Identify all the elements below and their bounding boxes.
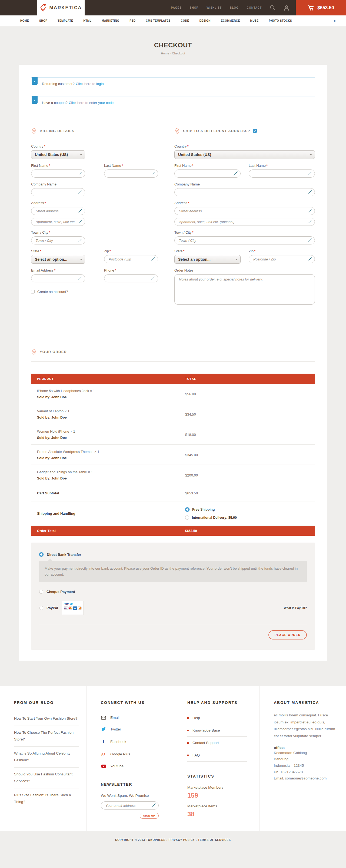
blog-link[interactable]: Should You Use Fashion Consultant Servic…	[14, 768, 79, 788]
bullet-icon	[187, 754, 189, 756]
billing-state-select[interactable]: Select an option...	[31, 255, 85, 264]
newsletter-signup-button[interactable]: SIGN UP	[140, 813, 159, 819]
paypal-cards-image: PayPal VISA	[62, 601, 83, 615]
nav-item-contact[interactable]: CONTACT	[247, 6, 262, 9]
blog-link[interactable]: How To Choose The Perfect Fashion Store?	[14, 726, 79, 747]
shipping-country-select[interactable]: United States (US)	[174, 150, 315, 159]
what-is-paypal-link[interactable]: What is PayPal?	[284, 606, 307, 610]
help-link[interactable]: FAQ	[187, 749, 247, 762]
radio-selected-icon[interactable]	[39, 552, 43, 557]
notice-text: Have a coupon?	[42, 101, 68, 105]
product-name: Variant of Laptop × 1	[37, 409, 185, 413]
help-link[interactable]: Knowladge Base	[187, 724, 247, 737]
billing-zip-input[interactable]	[109, 257, 150, 261]
subnav-code[interactable]: CODE	[181, 19, 189, 22]
social-link-facebook[interactable]: f Facebook	[101, 735, 166, 748]
help-link[interactable]: Contact Support	[187, 737, 247, 749]
subnav-muse[interactable]: MUSE	[250, 19, 259, 22]
ship-different-checkbox[interactable]: ✓	[253, 129, 257, 133]
brand-logo[interactable]: MARKETICA	[37, 0, 84, 16]
copyright-text: COPYRIGHT © 2013 TOKOPRESS . PRIVACY POL…	[115, 838, 231, 841]
order-row: Gadget and Things on the Table × 1 Sold …	[31, 465, 315, 485]
nav-item-wishlist[interactable]: WISHLIST	[207, 6, 222, 9]
nav-item-pages[interactable]: PAGES	[171, 6, 182, 9]
search-icon[interactable]	[270, 5, 276, 11]
login-link[interactable]: Click here to login	[76, 82, 104, 86]
shipping-first-name-field: First Name*	[174, 163, 241, 178]
order-notes-textarea[interactable]	[179, 277, 310, 302]
pen-icon	[150, 171, 155, 176]
radio-icon[interactable]	[39, 590, 43, 594]
field-label: State*	[174, 249, 241, 253]
subnav-design[interactable]: DESIGN	[200, 19, 211, 22]
nav-item-blog[interactable]: BLOG	[230, 6, 239, 9]
shipping-last-name-input[interactable]	[253, 172, 307, 176]
order-row: Proton Absolute Wordpress Themes × 1 Sol…	[31, 444, 315, 465]
blog-link[interactable]: Plus Size Fashion: Is There Such a Thing…	[14, 788, 79, 809]
social-link-twitter[interactable]: Twitter	[101, 723, 166, 735]
amex-card-icon	[73, 607, 77, 610]
cart-button[interactable]: $653.50	[296, 0, 346, 16]
shipping-zip-field: Zip*	[249, 249, 315, 264]
subnav-template[interactable]: TEMPLATE	[58, 19, 73, 22]
cheque-payment-option[interactable]: Cheque Payment	[39, 590, 307, 594]
shipping-address2-input[interactable]	[179, 220, 307, 224]
place-order-button[interactable]: PLACE ORDER	[269, 630, 307, 640]
billing-address2-input[interactable]	[36, 220, 77, 224]
billing-town-input[interactable]	[36, 239, 77, 243]
shipping-address1-input[interactable]	[179, 209, 307, 213]
create-account-checkbox[interactable]	[31, 290, 35, 293]
info-icon: i	[32, 78, 38, 85]
billing-address-field: Address*	[31, 201, 85, 226]
subnav-cms-templates[interactable]: CMS TEMPLATES	[146, 19, 170, 22]
pen-icon	[233, 171, 238, 176]
billing-first-name-input[interactable]	[36, 172, 77, 176]
checkout-card: i Returning customer? Click here to logi…	[19, 65, 327, 661]
shipping-state-select[interactable]: Select an option...	[174, 255, 241, 264]
billing-country-select[interactable]: United States (US)	[31, 150, 85, 159]
radio-icon[interactable]	[39, 606, 43, 610]
billing-last-name-input[interactable]	[109, 172, 150, 176]
paypal-option-row: PayPal PayPal VISA What is PayPal?	[39, 601, 307, 615]
subnav-more-icon[interactable]: »	[334, 19, 336, 23]
radio-selected-icon[interactable]	[185, 507, 189, 512]
shipping-town-input[interactable]	[179, 239, 307, 243]
product-seller: Sold by: John Doe	[37, 476, 185, 480]
international-delivery-option[interactable]: International Delivery: $5.90	[185, 516, 237, 520]
radio-icon[interactable]	[185, 516, 189, 520]
social-link-google-plus[interactable]: g+ Google Plus	[101, 748, 166, 760]
billing-first-name-field: First Name*	[31, 163, 85, 178]
blog-link[interactable]: How To Start Your Own Fashion Store?	[14, 712, 79, 726]
help-link[interactable]: Help	[187, 712, 247, 724]
subnav-html[interactable]: HTML	[83, 19, 92, 22]
billing-company-input[interactable]	[36, 190, 77, 194]
billing-email-field: Email Address*	[31, 268, 85, 282]
newsletter-email-input[interactable]	[105, 804, 150, 808]
order-row: Women Hold iPhone × 1 Sold by: John Doe …	[31, 424, 315, 444]
subnav-marketing[interactable]: MARKETING	[102, 19, 119, 22]
subnav-shop[interactable]: SHOP	[39, 19, 47, 22]
chevron-down-icon	[310, 154, 312, 155]
subnav-ecommerce[interactable]: ECOMMERCE	[221, 19, 240, 22]
breadcrumb[interactable]: Home › Checkout	[0, 52, 346, 55]
social-link-email[interactable]: Email	[101, 712, 166, 723]
bank-transfer-option[interactable]: Direct Bank Transfer	[39, 552, 307, 557]
nav-item-shop[interactable]: SHOP	[190, 6, 198, 9]
coupon-link[interactable]: Click here to enter your code	[69, 101, 113, 105]
shipping-zip-input[interactable]	[253, 257, 307, 261]
billing-address1-input[interactable]	[36, 209, 77, 213]
blog-link[interactable]: What is So Alluring About Celebrity Fash…	[14, 747, 79, 768]
paypal-label[interactable]: PayPal	[46, 606, 58, 610]
subnav-psd[interactable]: PSD	[130, 19, 135, 22]
shipping-first-name-input[interactable]	[179, 172, 232, 176]
billing-phone-input[interactable]	[109, 276, 150, 280]
billing-email-input[interactable]	[36, 276, 77, 280]
subnav-home[interactable]: HOME	[20, 19, 29, 22]
subnav-photo-stocks[interactable]: PHOTO STOCKS	[269, 19, 292, 22]
social-link-youtube[interactable]: Youtube	[101, 760, 166, 772]
free-shipping-option[interactable]: Free Shipping	[185, 507, 237, 512]
copyright-bar: COPYRIGHT © 2013 TOKOPRESS . PRIVACY POL…	[0, 831, 346, 849]
billing-state-field: State* Select an option...	[31, 249, 85, 264]
shipping-company-input[interactable]	[179, 190, 307, 194]
user-account-icon[interactable]	[284, 5, 289, 11]
